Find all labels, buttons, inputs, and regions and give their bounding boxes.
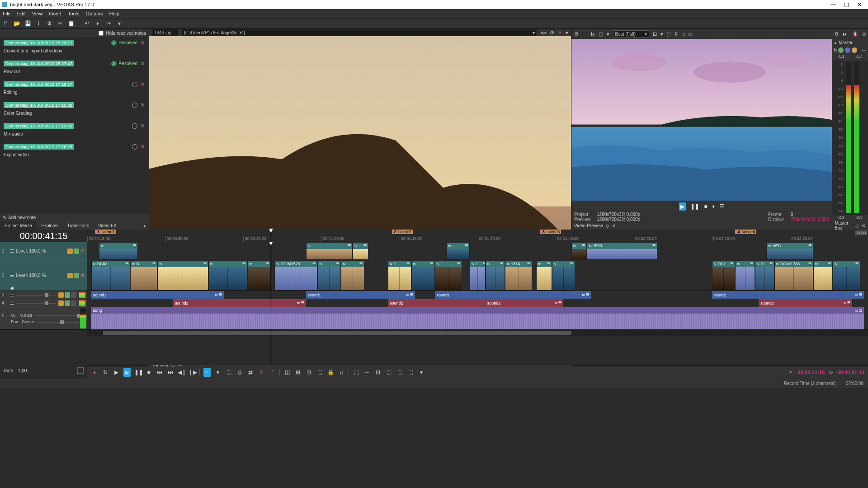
cut-icon[interactable]: ✂ [57, 20, 63, 27]
audio-clip[interactable]: sound1fx ☰ [435, 291, 591, 299]
snap1-icon[interactable]: ⏍ [682, 31, 685, 37]
music-clip[interactable]: songfx ☰ [91, 307, 864, 329]
video-clip[interactable]: fx☰ [317, 260, 341, 291]
video-clip[interactable]: fx☰ [208, 260, 247, 291]
scene-marker[interactable]: 2 scene2 [392, 230, 413, 234]
snap3-icon[interactable]: ⊡ [374, 369, 382, 375]
timecode-display[interactable]: 00:00:41:15 [0, 230, 87, 242]
trimmer-path-field[interactable]: [C:\User\VP17\Footage\Suite\]▾ [182, 29, 537, 36]
note-item[interactable]: Donnerstag, 18. Juli 2019 17:16:15 ✕ Exp… [0, 141, 149, 162]
go-end-icon[interactable]: ⏭ [167, 369, 174, 375]
add-note-row[interactable]: ✎ Add new note [0, 213, 149, 221]
open-icon[interactable]: 📂 [14, 20, 20, 27]
video-clip[interactable]: fxDCI...☰ [712, 260, 736, 291]
prev-frame-icon[interactable]: ◀❙ [178, 369, 185, 375]
tab-master-bus[interactable]: Master Bus [835, 221, 853, 230]
selection-tool-icon[interactable]: ⬚ [225, 369, 232, 375]
fx-button[interactable]: ⊡ [80, 273, 85, 278]
overlay-icon[interactable]: ▾ [607, 31, 609, 37]
menu-file[interactable]: File [3, 11, 11, 16]
undo-icon[interactable]: ↶ [84, 20, 90, 27]
scene-marker[interactable]: 3 scene3 [540, 230, 561, 234]
audio-clip[interactable]: sound2fx ☰ [759, 299, 852, 307]
audio-clip[interactable]: sound1fx ☰ [91, 291, 224, 299]
more-icon[interactable]: ▾ [566, 30, 568, 36]
transport-duration[interactable]: 00:00:01:13 [837, 370, 864, 375]
pin-icon[interactable]: ◇ [606, 223, 609, 228]
tab-project-media[interactable]: Project Media [0, 221, 37, 230]
track-v1[interactable]: fx☰fx☰fx☰fx☰fx☰fx1580☰fxVEG...☰ [87, 242, 868, 260]
mute-button[interactable] [67, 273, 73, 278]
pause-icon[interactable]: ❚❚ [690, 203, 699, 210]
video-clip[interactable]: fx☰ [536, 260, 552, 291]
track-header-v2[interactable]: 2 ☰ Level: 100,0 % ⊡ [0, 260, 87, 291]
tracks-body[interactable]: fx☰fx☰fx☰fx☰fx☰fx1580☰fxVEG...☰ fxDCIM..… [87, 242, 868, 365]
undo-dropdown-icon[interactable]: ▾ [94, 20, 101, 27]
note-item[interactable]: Donnerstag, 18. Juli 2019 17:15:43 ✕ Mix… [0, 120, 149, 141]
snap1-icon[interactable]: ⬚ [353, 369, 360, 375]
menu-tools[interactable]: Tools [68, 11, 80, 16]
play-icon[interactable]: ▶ [123, 368, 131, 377]
next-frame-icon[interactable]: ❙▶ [189, 369, 196, 375]
audio-clip[interactable]: sound1fx ☰ [306, 291, 415, 299]
mute-button[interactable] [67, 249, 73, 254]
audio-clip[interactable]: sound1fx ☰ [712, 291, 864, 299]
stop-icon[interactable]: ■ [145, 369, 152, 375]
video-clip[interactable]: fxD...☰ [755, 260, 774, 291]
fx-button[interactable]: ⊡ [80, 249, 85, 254]
menu-options[interactable]: Options [86, 11, 103, 16]
video-clip[interactable]: fx☰ [247, 260, 271, 291]
abc-icon[interactable]: abc [541, 31, 547, 35]
playhead[interactable] [271, 230, 271, 242]
delete-icon[interactable]: ✕ [258, 369, 265, 375]
trimmer-file-field[interactable]: 1943.jpg [152, 29, 179, 36]
tool-d-icon[interactable]: ⬚ [316, 369, 323, 375]
video-clip[interactable]: fxVEG...☰ [766, 242, 813, 260]
track-header-a2[interactable]: 4☰ [0, 299, 87, 307]
settings-icon[interactable]: ⚙ [574, 31, 579, 37]
delete-note-icon[interactable]: ✕ [140, 123, 145, 129]
video-clip[interactable]: fxDCIM...☰ [91, 260, 130, 291]
pin-icon[interactable]: ◇ [855, 223, 859, 228]
note-item[interactable]: Donnerstag, 18. Juli 2019 15:23:17 ✓Reso… [0, 37, 149, 58]
video-clip[interactable]: fx1580☰ [587, 242, 657, 260]
fx-slot-3[interactable] [852, 47, 857, 53]
note-item[interactable]: Donnerstag, 18. Juli 2019 17:15:32 ✕ Col… [0, 99, 149, 120]
mute-icon[interactable]: 🔇 [852, 31, 859, 37]
redo-dropdown-icon[interactable]: ▾ [116, 20, 123, 27]
expand-icon[interactable]: ▸ [835, 40, 837, 45]
video-clip[interactable]: fx☰ [306, 242, 353, 260]
video-clip[interactable]: fxDCIM1788☰ [774, 260, 813, 291]
tool-b-icon[interactable]: ⊞ [294, 369, 302, 375]
video-clip[interactable]: fx1314☰ [505, 260, 532, 291]
timeline-scrollbar[interactable] [87, 330, 868, 336]
track-a2[interactable]: sound2fx ☰sound2fx ☰sound2fx ☰sound2fx ☰ [87, 299, 868, 307]
audio-clip[interactable]: sound2fx ☰ [388, 299, 497, 307]
dropdown2-icon[interactable]: ▾ [660, 31, 663, 37]
snap2-icon[interactable]: ⏍ [689, 31, 692, 37]
track-v2[interactable]: fxDCIM...☰fxD...☰fx☰fx☰fx☰fxDCIM1523☰fx☰… [87, 260, 868, 291]
menu-insert[interactable]: Insert [49, 11, 61, 16]
video-clip[interactable]: fx1...☰ [470, 260, 486, 291]
tab-video-fx[interactable]: Video FX [94, 221, 121, 230]
video-clip[interactable]: fx☰ [411, 260, 435, 291]
fx-slot-1[interactable] [838, 47, 844, 53]
close-button[interactable]: ✕ [857, 1, 862, 8]
maximize-button[interactable]: ▢ [844, 1, 849, 8]
play-icon[interactable]: ▶ [679, 202, 686, 211]
tabs-overflow-icon[interactable]: ▸ [141, 223, 149, 228]
fx-slot-2[interactable] [845, 47, 850, 53]
split-icon[interactable]: ◫ [599, 31, 603, 37]
tool-e-icon[interactable]: ⎌ [338, 369, 345, 375]
settings-icon[interactable]: ⚙ [834, 31, 839, 37]
close-tab-icon[interactable]: ✕ [612, 223, 616, 228]
video-clip[interactable]: fx☰ [446, 242, 470, 260]
video-clip[interactable]: fx☰ [552, 260, 576, 291]
play-start-icon[interactable]: ▶ [113, 369, 120, 375]
snap7-icon[interactable]: ▾ [418, 369, 425, 375]
redo-icon[interactable]: ↷ [105, 20, 112, 27]
video-clip[interactable]: fxDCIM1523☰ [274, 260, 317, 291]
preview-viewport[interactable] [571, 39, 832, 201]
unresolved-icon[interactable] [132, 123, 137, 129]
video-clip[interactable]: fx1...☰ [388, 260, 411, 291]
